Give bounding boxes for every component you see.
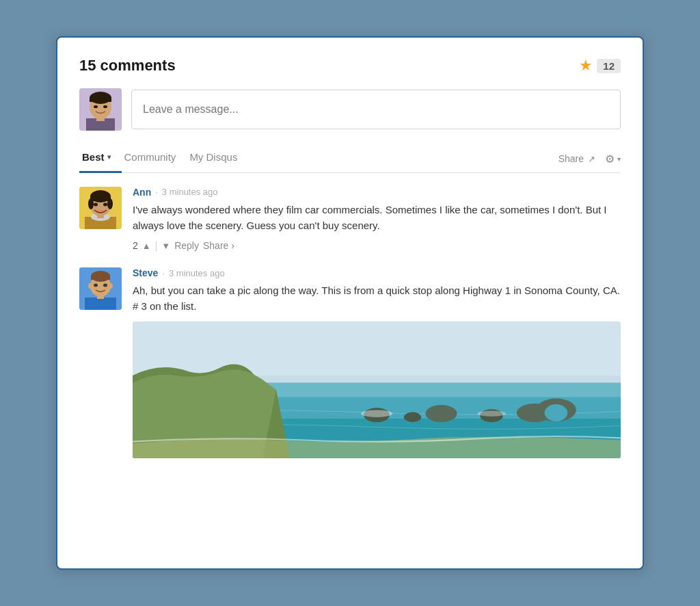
svg-rect-30 [133, 321, 621, 376]
ann-avatar [79, 187, 122, 229]
svg-point-28 [109, 283, 113, 289]
settings-button[interactable]: ⚙ ▾ [605, 153, 621, 166]
svg-point-16 [107, 198, 113, 209]
comment-steve: Steve · 3 minutes ago Ah, but you can ta… [79, 267, 621, 458]
ann-time: 3 minutes ago [162, 187, 218, 197]
svg-point-26 [103, 284, 107, 287]
ann-reply-button[interactable]: Reply [174, 240, 199, 251]
svg-rect-14 [90, 196, 111, 201]
comment-ann: Ann · 3 minutes ago I've always wondered… [79, 187, 621, 252]
svg-point-6 [94, 105, 98, 108]
svg-point-42 [477, 410, 506, 416]
share-label: Share [558, 153, 584, 164]
ann-dot: · [155, 187, 158, 197]
ann-vote-up[interactable]: ▲ [142, 241, 151, 251]
svg-rect-5 [90, 98, 111, 102]
ann-text: I've always wondered where they film car… [133, 202, 621, 234]
share-icon: ↗︎ [588, 154, 595, 164]
svg-rect-24 [91, 276, 110, 280]
steve-text: Ah, but you can take a pic along the way… [133, 282, 621, 315]
message-input[interactable] [131, 90, 621, 129]
svg-point-40 [545, 404, 568, 421]
svg-rect-20 [85, 298, 116, 310]
svg-point-35 [404, 412, 421, 422]
tabs-actions: Share ↗︎ ⚙ ▾ [558, 153, 621, 166]
gear-icon: ⚙ [605, 153, 615, 166]
ann-actions: 2 ▲ | ▼ Reply Share › [133, 240, 621, 251]
tab-community-label: Community [124, 151, 176, 163]
svg-point-41 [361, 410, 392, 417]
star-icon[interactable]: ★ [579, 57, 593, 75]
steve-meta: Steve · 3 minutes ago [133, 267, 621, 278]
tabs-row: Best ▾ Community My Disqus Share ↗︎ ⚙ ▾ [79, 146, 621, 173]
steve-dot: · [162, 268, 165, 278]
coastal-image [133, 321, 621, 458]
tab-mydisqus[interactable]: My Disqus [187, 146, 248, 173]
ann-comment-body: Ann · 3 minutes ago I've always wondered… [133, 187, 621, 252]
svg-point-15 [88, 198, 94, 209]
steve-comment-body: Steve · 3 minutes ago Ah, but you can ta… [133, 267, 621, 458]
tab-community[interactable]: Community [122, 146, 187, 173]
ann-vote-down[interactable]: ▼ [161, 241, 170, 251]
tab-best-chevron: ▾ [107, 153, 111, 161]
ann-divider: | [155, 240, 158, 251]
settings-chevron: ▾ [617, 155, 621, 163]
ann-share-link[interactable]: Share › [203, 240, 234, 251]
comments-widget: 15 comments ★ 12 [56, 36, 644, 570]
comments-count: 15 comments [79, 57, 176, 75]
star-area: ★ 12 [579, 57, 621, 75]
svg-point-7 [103, 105, 107, 108]
steve-author: Steve [133, 267, 158, 278]
ann-author: Ann [133, 187, 151, 198]
share-button[interactable]: Share ↗︎ [558, 153, 595, 164]
compose-area [79, 88, 621, 131]
steve-avatar [79, 267, 122, 310]
comments-header: 15 comments ★ 12 [79, 57, 621, 75]
tab-best-label: Best [82, 151, 105, 163]
svg-point-27 [88, 283, 92, 289]
svg-point-18 [103, 202, 107, 206]
current-user-avatar [79, 88, 122, 131]
steve-time: 3 minutes ago [169, 268, 225, 278]
ann-vote-count: 2 [133, 240, 138, 251]
svg-point-17 [94, 202, 98, 206]
tab-group: Best ▾ Community My Disqus [79, 146, 558, 172]
star-count: 12 [597, 59, 621, 73]
svg-point-25 [94, 284, 98, 287]
tab-mydisqus-label: My Disqus [189, 151, 237, 163]
svg-point-36 [425, 405, 457, 422]
ann-meta: Ann · 3 minutes ago [133, 187, 621, 198]
tab-best[interactable]: Best ▾ [79, 146, 122, 173]
